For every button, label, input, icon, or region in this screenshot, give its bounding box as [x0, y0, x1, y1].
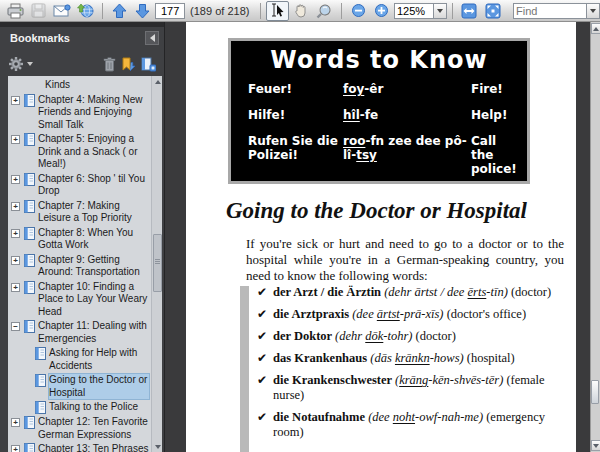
section-heading: Going to the Doctor or Hospital — [226, 198, 527, 224]
bookmark-page-icon — [24, 200, 35, 213]
collapse-box-icon[interactable]: − — [11, 322, 20, 331]
bookmark-item[interactable]: +Chapter 13: Ten Phrases That Make You S… — [10, 443, 149, 452]
vocabulary-item: ✔die Arztpraxis (dee ārtst-prā-xīs) (doc… — [257, 307, 559, 322]
expand-box-icon[interactable]: + — [11, 256, 20, 265]
pronunciation: (dehr ārtst / dee ērts-tīn) — [384, 285, 508, 299]
expand-box-icon[interactable]: + — [11, 96, 20, 105]
fit-page-button[interactable] — [482, 1, 505, 21]
select-tool-button[interactable] — [266, 1, 289, 21]
bookmark-page-icon — [24, 133, 35, 146]
bookmark-label: Chapter 13: Ten Phrases That Make You So… — [38, 443, 149, 452]
scroll-up-button[interactable] — [591, 23, 600, 34]
delete-bookmark-button[interactable] — [103, 57, 116, 72]
german-phrase: Hilfe! — [248, 108, 343, 122]
expand-box-icon[interactable]: + — [11, 283, 20, 292]
zoom-level-input[interactable] — [394, 3, 434, 19]
bookmark-label: Chapter 11: Dealing with Emergencies — [38, 320, 149, 345]
zoom-dropdown-button[interactable] — [434, 3, 447, 19]
bookmark-item[interactable]: +Chapter 5: Enjoying a Drink and a Snack… — [10, 133, 149, 171]
check-bullet-icon: ✔ — [257, 285, 273, 300]
english-translation: Help! — [471, 108, 517, 122]
bookmark-item[interactable]: +Chapter 7: Making Leisure a Top Priorit… — [10, 200, 149, 225]
check-bullet-icon: ✔ — [257, 307, 273, 322]
zoom-in-button[interactable] — [370, 1, 393, 21]
chevron-down-icon — [27, 62, 33, 66]
expand-box-icon[interactable]: + — [11, 175, 20, 184]
document-scrollbar[interactable] — [590, 22, 600, 452]
scrollbar-thumb[interactable] — [153, 234, 162, 292]
bookmark-page-icon — [35, 401, 46, 414]
bookmark-item[interactable]: +Chapter 9: Getting Around: Transportati… — [10, 254, 149, 279]
bookmark-options-button[interactable] — [8, 56, 33, 72]
expand-box-icon[interactable]: + — [11, 202, 20, 211]
zoom-out-button[interactable] — [347, 1, 370, 21]
printer-icon — [7, 3, 24, 19]
bookmark-item[interactable]: Kinds — [10, 79, 149, 92]
fit-width-button[interactable] — [458, 1, 481, 21]
pdf-page: Words to Know Feuer!foy-êrFire!Hilfe!hîl… — [186, 22, 576, 452]
german-term: die Krankenschwester — [273, 373, 395, 387]
words-box-table: Feuer!foy-êrFire!Hilfe!hîl-feHelp!Rufen … — [231, 74, 527, 176]
bookmark-item[interactable]: Asking for Help with Accidents — [10, 347, 149, 372]
bookmark-page-icon — [24, 254, 35, 267]
fit-page-icon — [485, 3, 501, 19]
email-button[interactable] — [51, 1, 74, 21]
intro-paragraph: If you're sick or hurt and need to go to… — [246, 236, 564, 284]
bookmark-item[interactable]: Going to the Doctor or Hospital — [10, 374, 149, 399]
underlined-syllable: roo — [343, 134, 365, 148]
bookmark-item[interactable]: +Chapter 12: Ten Favorite German Express… — [10, 416, 149, 441]
expand-box-icon[interactable]: + — [11, 229, 20, 238]
english-gloss: (doctor's office) — [444, 307, 527, 321]
save-icon — [31, 3, 46, 18]
german-term: das Krankenhaus — [273, 351, 370, 365]
bookmark-item[interactable]: +Chapter 4: Making New Friends and Enjoy… — [10, 94, 149, 132]
expand-current-bookmark-button[interactable] — [120, 57, 136, 72]
bookmarks-panel: Bookmarks — [0, 22, 165, 452]
toolbar-separator — [341, 3, 342, 19]
bookmark-item[interactable]: +Chapter 6: Shop ' til You Drop — [10, 173, 149, 198]
document-view: Words to Know Feuer!foy-êrFire!Hilfe!hîl… — [166, 22, 600, 452]
english-gloss: (doctor) — [508, 285, 551, 299]
minus-circle-icon — [351, 3, 366, 18]
german-phrase: Rufen Sie die Polizei! — [248, 134, 343, 176]
find-dropdown-button[interactable] — [587, 3, 600, 19]
new-bookmark-icon — [140, 57, 156, 72]
scroll-down-button[interactable] — [152, 441, 162, 452]
new-bookmark-button[interactable] — [140, 57, 156, 72]
bookmark-item[interactable]: Talking to the Police — [10, 401, 149, 414]
bookmark-item[interactable]: +Chapter 10: Finding a Place to Lay Your… — [10, 281, 149, 319]
expand-box-icon[interactable]: + — [11, 445, 20, 452]
plus-circle-icon — [374, 3, 389, 18]
scroll-down-button[interactable] — [591, 440, 600, 451]
next-page-button[interactable] — [132, 1, 155, 21]
scroll-up-button[interactable] — [152, 76, 162, 87]
bookmark-item[interactable]: −Chapter 11: Dealing with Emergencies — [10, 320, 149, 345]
save-button[interactable] — [28, 1, 51, 21]
bookmarks-panel-header: Bookmarks — [0, 27, 164, 51]
bookmark-item[interactable]: +Chapter 8: When You Gotta Work — [10, 227, 149, 252]
underlined-syllable: tsy — [356, 148, 377, 162]
scrollbar-thumb[interactable] — [591, 380, 599, 404]
page-number-input[interactable] — [155, 3, 185, 19]
print-button[interactable] — [4, 1, 27, 21]
vocabulary-text: der Doktor (dehr dōk-tohr) (doctor) — [273, 329, 559, 344]
trash-icon — [103, 57, 116, 72]
expand-box-icon[interactable]: + — [11, 135, 20, 144]
check-bullet-icon: ✔ — [257, 373, 273, 403]
pronunciation: hîl-fe — [343, 108, 471, 122]
web-upload-button[interactable] — [75, 1, 98, 21]
pronunciation: (dehr dōk-tohr) — [335, 329, 412, 343]
zoom-level-combo — [394, 3, 447, 19]
bookmarks-scrollbar[interactable] — [151, 76, 162, 452]
bookmark-label: Chapter 8: When You Gotta Work — [38, 227, 149, 252]
highlight-bookmark-icon — [120, 57, 136, 72]
expand-box-icon[interactable]: + — [11, 418, 20, 427]
hand-tool-button[interactable] — [290, 1, 313, 21]
previous-page-button[interactable] — [108, 1, 131, 21]
check-bullet-icon: ✔ — [257, 410, 273, 440]
marquee-zoom-button[interactable] — [313, 1, 336, 21]
underlined-syllable: krānkn — [395, 351, 430, 365]
find-input[interactable] — [513, 3, 587, 19]
collapse-panel-button[interactable] — [145, 31, 159, 45]
english-gloss: (doctor) — [412, 329, 455, 343]
